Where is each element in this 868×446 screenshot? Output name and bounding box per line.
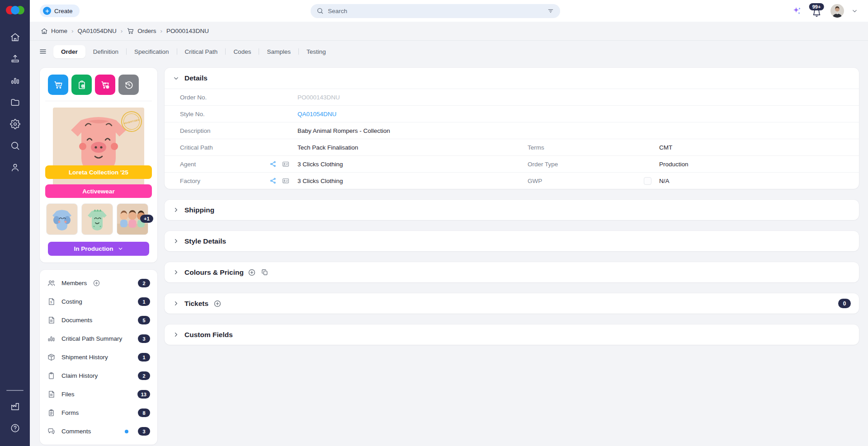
tab-specification[interactable]: Specification bbox=[127, 45, 177, 58]
status-dropdown[interactable]: In Production bbox=[48, 242, 149, 256]
menu-item-files[interactable]: Files 13 bbox=[40, 385, 157, 404]
comments-icon bbox=[47, 427, 56, 436]
notification-count-badge: 99+ bbox=[809, 3, 824, 10]
folder-icon[interactable] bbox=[5, 92, 25, 112]
filter-icon[interactable] bbox=[547, 7, 554, 14]
menu-item-shipment-history[interactable]: Shipment History 1 bbox=[40, 348, 157, 366]
analytics-icon[interactable] bbox=[5, 70, 25, 90]
claim-icon bbox=[47, 371, 56, 380]
shipping-title: Shipping bbox=[184, 206, 214, 214]
details-card: Details Order No. PO000143DNU Style No. … bbox=[165, 68, 859, 189]
menu-item-costing[interactable]: $ Costing 1 bbox=[40, 292, 157, 311]
colours-pricing-section[interactable]: Colours & Pricing bbox=[165, 262, 859, 282]
shipping-section[interactable]: Shipping bbox=[165, 200, 859, 220]
app-logo[interactable] bbox=[6, 5, 24, 16]
tickets-expand-icon[interactable] bbox=[173, 300, 179, 307]
row-description: Description Baby Animal Rompers - Collec… bbox=[165, 122, 859, 139]
row-style-no: Style No. QA01054DNU bbox=[165, 105, 859, 122]
documents-icon bbox=[47, 316, 56, 324]
comments-count-badge: 3 bbox=[138, 427, 150, 436]
notifications-button[interactable]: 99+ bbox=[810, 4, 823, 18]
details-collapse-icon[interactable] bbox=[173, 75, 179, 82]
style-details-title: Style Details bbox=[184, 237, 226, 245]
agent-label: Agent bbox=[165, 161, 255, 168]
menu-item-members[interactable]: Members 2 bbox=[40, 274, 157, 292]
factory-share-icon[interactable] bbox=[269, 177, 277, 184]
product-hero[interactable]: ADVERTISED Loreta Collection '25 Activew… bbox=[45, 108, 152, 198]
order-no-label: Order No. bbox=[165, 94, 255, 101]
factory-icon[interactable] bbox=[5, 396, 25, 416]
menu-hamburger-icon[interactable] bbox=[36, 45, 50, 58]
search-nav-icon[interactable] bbox=[5, 136, 25, 155]
tickets-section[interactable]: Tickets 0 bbox=[165, 293, 859, 314]
menu-item-comments[interactable]: Comments 3 bbox=[40, 422, 157, 441]
order-cart-button[interactable] bbox=[48, 75, 68, 95]
description-label: Description bbox=[165, 127, 255, 134]
home-icon[interactable] bbox=[5, 27, 25, 47]
app-rail bbox=[0, 0, 30, 446]
global-search[interactable] bbox=[311, 4, 560, 18]
breadcrumb-style[interactable]: QA01054DNU bbox=[78, 28, 117, 34]
agent-share-icon[interactable] bbox=[269, 160, 277, 168]
profile-icon[interactable] bbox=[5, 157, 25, 177]
collection-banner[interactable]: Loreta Collection '25 bbox=[45, 165, 152, 179]
history-icon bbox=[124, 80, 134, 90]
create-button[interactable]: Create bbox=[40, 5, 80, 17]
image-thumbnails: +1 bbox=[46, 203, 151, 235]
custom-fields-section[interactable]: Custom Fields bbox=[165, 324, 859, 345]
style-details-expand-icon[interactable] bbox=[173, 238, 179, 244]
shipment-icon bbox=[47, 353, 56, 361]
tab-order[interactable]: Order bbox=[53, 45, 85, 58]
tickets-count-badge: 0 bbox=[838, 299, 851, 308]
style-no-link[interactable]: QA01054DNU bbox=[297, 111, 336, 117]
search-input[interactable] bbox=[328, 8, 543, 14]
tab-codes[interactable]: Codes bbox=[226, 45, 259, 58]
extra-images-badge[interactable]: +1 bbox=[140, 215, 153, 223]
add-ticket-icon[interactable] bbox=[213, 300, 222, 308]
factory-contact-card-icon[interactable] bbox=[282, 177, 290, 185]
upload-icon[interactable] bbox=[5, 49, 25, 69]
breadcrumb-home[interactable]: Home bbox=[41, 28, 67, 35]
thumbnail-elephant-romper[interactable] bbox=[46, 203, 78, 235]
clipboard-add-button[interactable] bbox=[71, 75, 92, 95]
breadcrumb-orders[interactable]: Orders bbox=[127, 27, 156, 35]
history-button[interactable] bbox=[118, 75, 139, 95]
settings-icon[interactable] bbox=[5, 114, 25, 134]
description-value: Baby Animal Rompers - Collection bbox=[297, 127, 390, 134]
agent-contact-card-icon[interactable] bbox=[282, 160, 290, 168]
custom-fields-expand-icon[interactable] bbox=[173, 331, 179, 338]
order-tabs: Order Definition Specification Critical … bbox=[30, 41, 868, 62]
shipping-expand-icon[interactable] bbox=[173, 207, 179, 213]
tab-testing[interactable]: Testing bbox=[299, 45, 334, 58]
style-details-section[interactable]: Style Details bbox=[165, 231, 859, 251]
ai-sparkle-icon[interactable] bbox=[792, 5, 802, 16]
account-chevron-icon[interactable] bbox=[851, 8, 858, 14]
crumb-separator: › bbox=[160, 28, 163, 34]
tab-samples[interactable]: Samples bbox=[259, 45, 298, 58]
cancel-order-button[interactable] bbox=[95, 75, 115, 95]
add-member-icon[interactable] bbox=[93, 279, 100, 287]
agent-value: 3 Clicks Clothing bbox=[297, 161, 343, 168]
factory-value: 3 Clicks Clothing bbox=[297, 178, 343, 184]
topbar: Create 99+ bbox=[30, 0, 868, 22]
add-colour-icon[interactable] bbox=[248, 268, 256, 277]
thumbnail-dino-romper[interactable] bbox=[81, 203, 113, 235]
files-icon bbox=[47, 390, 56, 399]
clipboard-plus-icon bbox=[77, 80, 87, 90]
menu-item-forms[interactable]: Forms 8 bbox=[40, 404, 157, 422]
category-banner[interactable]: Activewear bbox=[45, 184, 152, 198]
copy-colours-icon[interactable] bbox=[261, 268, 269, 276]
create-label: Create bbox=[54, 8, 73, 14]
menu-item-critical-path-summary[interactable]: Critical Path Summary 3 bbox=[40, 329, 157, 348]
gwp-checkbox[interactable] bbox=[644, 177, 651, 185]
menu-item-claim-history[interactable]: Claim History 2 bbox=[40, 366, 157, 385]
menu-item-documents[interactable]: Documents 5 bbox=[40, 311, 157, 329]
breadcrumb-order-no[interactable]: PO000143DNU bbox=[166, 28, 209, 34]
plus-icon bbox=[43, 7, 51, 15]
tab-definition[interactable]: Definition bbox=[85, 45, 126, 58]
colours-pricing-expand-icon[interactable] bbox=[173, 269, 179, 276]
tab-critical-path[interactable]: Critical Path bbox=[177, 45, 226, 58]
critical-path-label: Critical Path bbox=[165, 144, 255, 151]
help-icon[interactable] bbox=[5, 418, 25, 438]
avatar[interactable] bbox=[830, 4, 844, 18]
